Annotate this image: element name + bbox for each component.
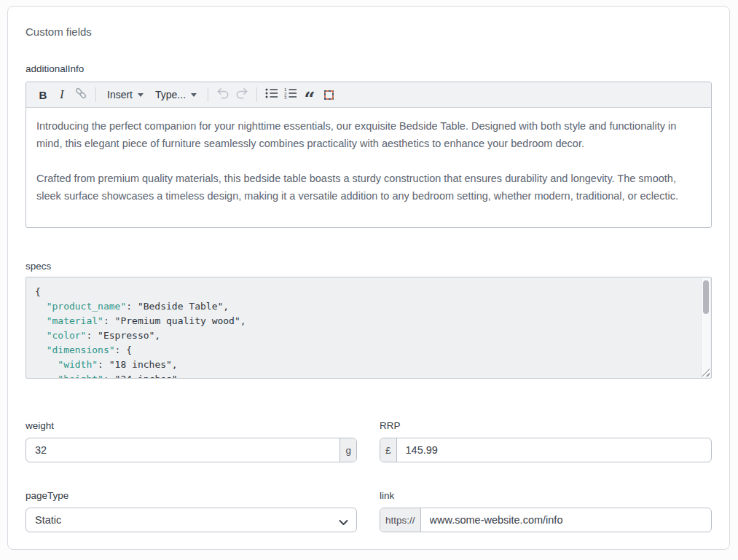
redo-icon [235,86,249,103]
specs-scrollbar-thumb[interactable] [703,280,709,314]
additional-info-label: additionalInfo [25,63,712,75]
code-key: "width" [58,359,98,370]
weight-field-group: weight g [25,420,357,462]
link-field-group: link https:// [380,490,712,532]
link-button[interactable] [71,85,90,104]
code-text: : "Bedside Table", [126,301,229,312]
code-key: "height" [58,374,103,379]
visual-blocks-button[interactable] [319,85,338,104]
code-line: "material": "Premium quality wood", [35,314,694,328]
weight-unit-addon: g [339,438,356,462]
toolbar-divider [208,87,208,102]
code-text [35,301,47,312]
code-key: "material" [47,315,103,326]
code-key: "color" [47,330,87,341]
weight-label: weight [25,420,357,432]
bullet-list-icon [265,87,278,102]
code-line: "dimensions": { [35,343,694,358]
type-menu-label: Type... [155,89,186,100]
code-text: : "18 inches", [98,359,178,370]
rrp-field-group: RRP £ [380,420,712,462]
card-title: Custom fields [25,25,712,39]
link-icon [74,86,88,103]
editor-paragraph: Introducing the perfect companion for yo… [36,117,701,152]
insert-menu[interactable]: Insert [101,85,149,104]
link-input-group: https:// [380,508,712,532]
chevron-down-icon [138,93,144,97]
numbered-list-button[interactable]: 1 2 3 [281,85,300,104]
code-line: "product_name": "Bedside Table", [35,299,694,314]
link-label: link [380,490,712,502]
protocol-addon: https:// [380,508,421,532]
link-input[interactable] [421,508,711,532]
code-key: "product_name" [47,301,127,312]
page-type-label: pageType [25,490,357,502]
redo-button[interactable] [232,85,251,104]
code-text: { [35,286,41,297]
type-menu[interactable]: Type... [149,85,203,104]
code-text: : "24 inches", [103,374,184,379]
code-line: "height": "24 inches", [35,372,694,379]
italic-button[interactable]: I [52,85,71,104]
bold-button[interactable]: B [34,85,52,104]
numbered-list-icon: 1 2 3 [284,87,297,102]
chevron-down-icon [191,93,197,97]
editor-toolbar: B I Insert Type... [26,82,711,108]
weight-input[interactable] [26,438,339,462]
rich-text-editor: B I Insert Type... [25,82,712,228]
code-line: { [35,285,694,299]
undo-icon [216,86,230,103]
editor-paragraph: Crafted from premium quality materials, … [36,170,701,205]
code-text [35,359,58,370]
editor-content[interactable]: Introducing the perfect companion for yo… [26,108,711,214]
code-text: : { [115,344,132,355]
code-line: "color": "Espresso", [35,328,694,343]
svg-text:3: 3 [284,95,287,99]
code-text: : "Espresso", [86,330,160,341]
specs-code-editor[interactable]: { "product_name": "Bedside Table", "mate… [25,277,712,379]
dashed-box-icon [324,90,334,100]
weight-input-group: g [25,438,357,462]
specs-scrollbar[interactable] [701,278,710,377]
code-text: : "Premium quality wood", [103,315,246,326]
currency-addon: £ [380,438,397,462]
page-type-select[interactable]: Static [25,508,357,532]
toolbar-divider [95,87,96,102]
insert-menu-label: Insert [107,89,133,100]
code-line: "width": "18 inches", [35,358,694,372]
toolbar-divider [256,87,257,102]
rrp-input[interactable] [397,438,711,462]
code-text [35,315,47,326]
specs-label: specs [25,261,712,272]
undo-button[interactable] [213,85,232,104]
page-type-field-group: pageType Static [25,490,357,532]
blockquote-icon: “ [305,95,315,103]
blockquote-button[interactable]: “ [300,85,319,104]
code-text [35,330,47,341]
code-text [35,344,47,355]
rrp-input-group: £ [380,438,712,462]
rrp-label: RRP [380,420,712,432]
custom-fields-card: Custom fields additionalInfo B I Insert [7,6,730,550]
code-text [35,374,58,379]
bullet-list-button[interactable] [262,85,281,104]
code-key: "dimensions" [47,344,115,355]
